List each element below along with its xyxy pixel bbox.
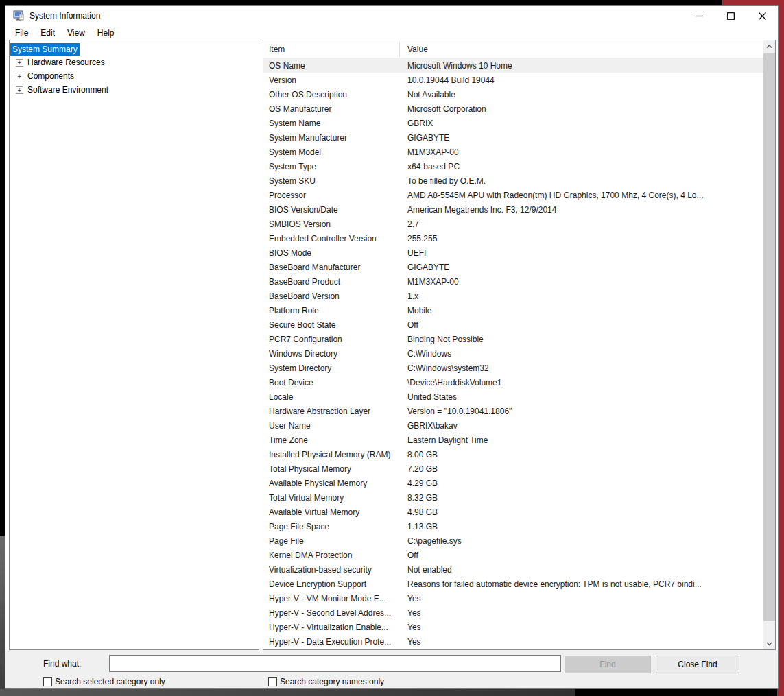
window-controls xyxy=(683,6,778,25)
row-item-cell: OS Name xyxy=(263,61,400,71)
find-what-label: Find what: xyxy=(43,659,81,669)
minimize-button-icon[interactable] xyxy=(683,6,715,25)
table-row[interactable]: Time ZoneEastern Daylight Time xyxy=(263,433,763,447)
scroll-down-icon[interactable] xyxy=(763,638,775,649)
scroll-up-icon[interactable] xyxy=(763,40,775,52)
search-selected-category-label: Search selected category only xyxy=(55,677,165,686)
row-value-cell: 1.x xyxy=(400,291,763,301)
table-row[interactable]: OS NameMicrosoft Windows 10 Home xyxy=(263,58,763,73)
table-row[interactable]: BIOS ModeUEFI xyxy=(263,245,763,260)
table-row[interactable]: Hyper-V - VM Monitor Mode E...Yes xyxy=(263,591,763,605)
table-row[interactable]: BaseBoard ProductM1M3XAP-00 xyxy=(263,274,763,289)
table-row[interactable]: Hyper-V - Data Execution Prote...Yes xyxy=(263,634,763,649)
row-item-cell: Kernel DMA Protection xyxy=(263,551,400,560)
find-input[interactable] xyxy=(109,655,561,672)
column-header-item[interactable]: Item xyxy=(269,45,285,54)
expand-plus-icon[interactable]: + xyxy=(16,86,23,94)
tree-item-software-environment[interactable]: +Software Environment xyxy=(16,83,259,97)
table-row[interactable]: Version10.0.19044 Build 19044 xyxy=(263,73,763,87)
expand-plus-icon[interactable]: + xyxy=(16,59,23,67)
table-row[interactable]: Windows DirectoryC:\Windows xyxy=(263,346,763,361)
close-find-button[interactable]: Close Find xyxy=(656,656,739,673)
row-value-cell: Not enabled xyxy=(400,565,763,575)
table-row[interactable]: Total Physical Memory7.20 GB xyxy=(263,461,763,476)
row-item-cell: Total Virtual Memory xyxy=(263,493,400,503)
tree-item-hardware-resources[interactable]: +Hardware Resources xyxy=(16,56,259,69)
table-row[interactable]: Available Virtual Memory4.98 GB xyxy=(263,505,763,519)
row-value-cell: Yes xyxy=(400,623,763,632)
table-row[interactable]: Total Virtual Memory8.32 GB xyxy=(263,490,763,505)
system-information-window: System Information FileEditViewHelp Syst… xyxy=(5,5,779,689)
table-row[interactable]: SMBIOS Version2.7 xyxy=(263,217,763,231)
table-row[interactable]: Hardware Abstraction LayerVersion = "10.… xyxy=(263,404,763,418)
table-row[interactable]: System Typex64-based PC xyxy=(263,159,763,173)
row-item-cell: Total Physical Memory xyxy=(263,464,400,474)
table-row[interactable]: Kernel DMA ProtectionOff xyxy=(263,548,763,562)
table-row[interactable]: System ManufacturerGIGABYTE xyxy=(263,130,763,145)
expand-plus-icon[interactable]: + xyxy=(16,73,23,80)
table-row[interactable]: Boot Device\Device\HarddiskVolume1 xyxy=(263,375,763,389)
row-value-cell: GBRIX xyxy=(400,119,763,128)
row-item-cell: Other OS Description xyxy=(263,90,400,99)
table-row[interactable]: ProcessorAMD A8-5545M APU with Radeon(tm… xyxy=(263,188,763,202)
search-category-names-option[interactable]: Search category names only xyxy=(268,677,384,686)
table-row[interactable]: User NameGBRIX\bakav xyxy=(263,418,763,433)
table-row[interactable]: Platform RoleMobile xyxy=(263,303,763,317)
row-item-cell: PCR7 Configuration xyxy=(263,335,400,344)
table-row[interactable]: System NameGBRIX xyxy=(263,116,763,130)
search-category-names-checkbox[interactable] xyxy=(268,677,277,686)
column-header-value[interactable]: Value xyxy=(407,45,428,54)
table-row[interactable]: BaseBoard ManufacturerGIGABYTE xyxy=(263,260,763,274)
row-value-cell: American Megatrends Inc. F3, 12/9/2014 xyxy=(400,205,763,215)
menu-view[interactable]: View xyxy=(61,26,91,40)
system-information-app-icon xyxy=(13,10,24,21)
table-row[interactable]: System ModelM1M3XAP-00 xyxy=(263,145,763,159)
column-separator[interactable] xyxy=(399,42,400,57)
table-row[interactable]: OS ManufacturerMicrosoft Corporation xyxy=(263,101,763,116)
search-selected-category-option[interactable]: Search selected category only xyxy=(43,677,165,686)
menu-bar: FileEditViewHelp xyxy=(5,25,778,40)
row-value-cell: Off xyxy=(400,551,763,560)
table-row[interactable]: System DirectoryC:\Windows\system32 xyxy=(263,361,763,375)
menu-file[interactable]: File xyxy=(9,26,34,40)
table-row[interactable]: LocaleUnited States xyxy=(263,389,763,404)
row-value-cell: AMD A8-5545M APU with Radeon(tm) HD Grap… xyxy=(400,191,763,200)
row-item-cell: Device Encryption Support xyxy=(263,579,400,589)
row-value-cell: GIGABYTE xyxy=(400,263,763,272)
row-item-cell: Boot Device xyxy=(263,378,400,387)
table-row[interactable]: Hyper-V - Second Level Addres...Yes xyxy=(263,605,763,620)
menu-help[interactable]: Help xyxy=(91,26,121,40)
find-button[interactable]: Find xyxy=(565,656,651,673)
vertical-scrollbar[interactable] xyxy=(763,40,775,649)
row-value-cell: GBRIX\bakav xyxy=(400,421,763,431)
row-value-cell: United States xyxy=(400,392,763,402)
table-row[interactable]: Other OS DescriptionNot Available xyxy=(263,87,763,101)
table-row[interactable]: BIOS Version/DateAmerican Megatrends Inc… xyxy=(263,202,763,217)
tree-item-label: Components xyxy=(27,71,74,81)
table-row[interactable]: System SKUTo be filled by O.E.M. xyxy=(263,173,763,188)
scrollbar-thumb[interactable] xyxy=(763,53,775,621)
tree-item-system-summary[interactable]: System Summary xyxy=(10,43,80,56)
menu-edit[interactable]: Edit xyxy=(34,26,61,40)
table-row[interactable]: Page File Space1.13 GB xyxy=(263,519,763,533)
close-button-icon[interactable] xyxy=(746,6,778,25)
table-row[interactable]: Installed Physical Memory (RAM)8.00 GB xyxy=(263,447,763,461)
table-row[interactable]: Virtualization-based securityNot enabled xyxy=(263,562,763,577)
table-row[interactable]: Available Physical Memory4.29 GB xyxy=(263,476,763,490)
tree-item-components[interactable]: +Components xyxy=(16,69,259,83)
table-row[interactable]: Hyper-V - Virtualization Enable...Yes xyxy=(263,620,763,634)
maximize-button-icon[interactable] xyxy=(715,6,746,25)
table-row[interactable]: PCR7 ConfigurationBinding Not Possible xyxy=(263,332,763,346)
row-item-cell: OS Manufacturer xyxy=(263,104,400,114)
list-header: Item Value xyxy=(263,40,763,58)
row-item-cell: System SKU xyxy=(263,176,400,186)
row-item-cell: User Name xyxy=(263,421,400,431)
search-selected-category-checkbox[interactable] xyxy=(43,677,52,686)
table-row[interactable]: Device Encryption SupportReasons for fai… xyxy=(263,577,763,591)
table-row[interactable]: Secure Boot StateOff xyxy=(263,317,763,332)
table-row[interactable]: BaseBoard Version1.x xyxy=(263,289,763,303)
table-row[interactable]: Embedded Controller Version255.255 xyxy=(263,231,763,245)
table-row[interactable]: Page FileC:\pagefile.sys xyxy=(263,533,763,548)
row-value-cell: C:\Windows\system32 xyxy=(400,363,763,373)
row-item-cell: Hyper-V - Data Execution Prote... xyxy=(263,637,400,647)
